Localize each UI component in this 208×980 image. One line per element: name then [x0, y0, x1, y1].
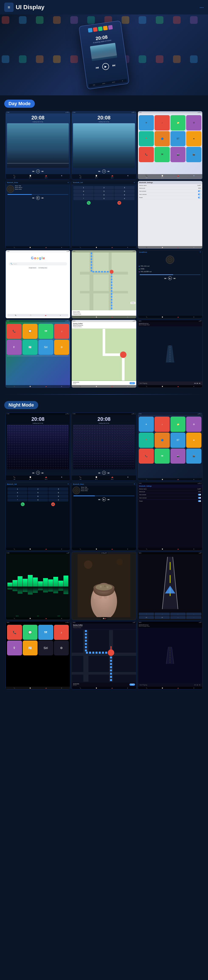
dial-0[interactable]: 0	[94, 197, 114, 200]
day-screen-12: 18:01▲ BT 10/18 ETA 9.0 mi Start on Dong…	[138, 320, 202, 388]
nav-auto-day: 🚗	[112, 386, 113, 387]
social-content-day: 华语_910E.mp3 好歌曲... 华语_站在荒野.mp3	[138, 254, 202, 274]
bt-settings-bottom-day: 📞 📋 🚗 ★	[138, 246, 202, 249]
n-app-icon-9: 📞	[139, 449, 154, 464]
g-letter: G	[31, 256, 33, 260]
progress-fill-day	[8, 194, 32, 195]
nav-btn-3[interactable]: ←	[170, 612, 186, 616]
status-bar-map: 19:30▲ BT	[72, 250, 136, 253]
nav-coffee-title: Sunny Coffee	[73, 323, 83, 325]
n-end-call-btn[interactable]: 📵	[51, 502, 55, 506]
menu-dots-icon[interactable]: ···	[200, 4, 204, 10]
n-dial-6[interactable]: 6	[48, 491, 68, 494]
bt-call-bottom-night: 📞 📋 🚗 ★	[6, 548, 70, 550]
nav-btn-4[interactable]: →	[186, 612, 202, 616]
n-dial-4[interactable]: 4	[8, 491, 27, 494]
day-screen-5: Bluetooth_Call ✕ 1 2 3 4 5 6 7 8 9	[71, 181, 136, 249]
nav-btn-6[interactable]: 3D	[154, 616, 170, 619]
n-val-device-name: CarBT	[197, 488, 201, 490]
n-dial-8[interactable]: 8	[28, 495, 48, 498]
n-val-pin: 0000	[198, 491, 201, 492]
dial-hash[interactable]: #	[114, 197, 134, 200]
n-app-icon-10: 🗺	[154, 449, 170, 464]
n-toggle-power[interactable]	[198, 500, 201, 502]
svg-rect-37	[72, 672, 136, 675]
nav-btn-1[interactable]: ↑	[139, 612, 154, 616]
mini-google-day: 17:40▲ BT G o o g l e 🔍 Search...	[6, 250, 70, 318]
nav-star-day: ★	[127, 386, 128, 387]
n-dial-7[interactable]: 7	[8, 495, 27, 498]
dial-6[interactable]: 6	[114, 190, 134, 193]
call-btn[interactable]: 📞	[87, 201, 91, 205]
bt-call-title-day: Bluetooth_Call	[73, 182, 83, 183]
toggle-auto-connect[interactable]	[198, 194, 201, 195]
day-screen-2: 17:40▲ BT ◎ 20:08 loading start of trip …	[71, 111, 136, 180]
toggle-auto-answer[interactable]	[198, 190, 201, 192]
n-toggle-auto-answer[interactable]	[198, 494, 201, 496]
app-icon-1: ✈	[139, 115, 154, 130]
carplay-auto-night: 🚗	[46, 687, 47, 689]
n-go-btn[interactable]: GO	[129, 684, 135, 686]
mini-bt-call-night: Bluetooth_Call ✕ 1 2 3 4 5 6 7 8 9 *	[6, 482, 70, 550]
n-dial-5[interactable]: 5	[28, 491, 48, 494]
night-screen-11: 16:00▲ BT Sunny Coffee Western Restauran…	[71, 621, 136, 689]
header-logo: ≡ UI Display	[4, 3, 44, 12]
n-np-controls: ⏮ ▶ ⏭	[194, 684, 200, 686]
map-star-day: ★	[127, 316, 128, 318]
mini-apts-1: 📋APTS	[29, 175, 31, 178]
n-np-next: ⏭	[199, 684, 200, 686]
n-dial-hash[interactable]: #	[48, 498, 68, 501]
not-prev-day: ⏮	[194, 382, 196, 384]
mini-nav-night: 16:00▲ BT Sunny Coffee Western Restauran…	[72, 621, 136, 689]
nav-bottom-bar-day: 📞 📋 🚗 ★	[72, 385, 136, 388]
dial-1[interactable]: 1	[73, 186, 93, 189]
dial-8[interactable]: 8	[94, 193, 114, 196]
dial-4[interactable]: 4	[73, 190, 93, 193]
n-dial-2[interactable]: 2	[28, 487, 48, 491]
n-dial-star[interactable]: *	[8, 498, 27, 501]
dialpad-night: 1 2 3 4 5 6 7 8 9 * 0 # 📞	[6, 486, 70, 507]
social-track-2: 好歌曲...	[140, 268, 145, 270]
app-header: ≡ UI Display ···	[0, 0, 208, 14]
n-dial-0[interactable]: 0	[28, 498, 48, 501]
dial-9[interactable]: 9	[114, 193, 134, 196]
mini-next-2: ⏭	[108, 170, 110, 172]
dial-7[interactable]: 7	[73, 193, 93, 196]
o2-letter: o	[36, 256, 39, 260]
ios-dial-day: 📞	[14, 386, 15, 387]
night-screen-2: 17:40▲ BT ◎ 20:08 loading start of trip …	[71, 412, 136, 481]
n-np-star: ★	[193, 687, 194, 689]
dial-3[interactable]: 3	[114, 186, 134, 189]
n-call-btn[interactable]: 📞	[21, 502, 25, 506]
nav-btn-2[interactable]: ↓	[154, 612, 170, 616]
nav-btn-8[interactable]: -	[186, 616, 202, 619]
n-settings-row-name: Device name CarBT	[138, 488, 202, 490]
end-call-btn[interactable]: 📵	[117, 201, 121, 205]
toggle-power[interactable]	[198, 197, 201, 198]
n-toggle-connect[interactable]	[198, 497, 201, 499]
nav-btn-5[interactable]: 2D	[139, 616, 154, 619]
n-dial-1[interactable]: 1	[8, 487, 27, 491]
n-np-bottom: 📞 📋 🚗 ★	[138, 687, 202, 689]
google-search-btn[interactable]: Google Search	[28, 267, 37, 269]
nav-go-btn-day[interactable]: GO	[129, 382, 135, 384]
n-dial-3[interactable]: 3	[48, 487, 68, 491]
mini-apts-3: 📋APTS	[161, 175, 164, 178]
night-controls-1: ⏮ ⏸ ⏭	[6, 470, 70, 476]
nav-btn-7[interactable]: +	[170, 616, 186, 619]
svg-point-21	[96, 584, 112, 590]
night-screen-10: 18:54▲ BT ◎ 📞 💬 🗺 ♪ 🎙 📰 Siri ⚙ 📞 📋 🚗	[6, 621, 70, 689]
dial-star[interactable]: *	[73, 197, 93, 200]
svg-point-5	[110, 270, 113, 274]
app-icon-6: 🔵	[154, 131, 170, 146]
day-screen-4: Bluetooth_Music ✕ Music Title Music Albu…	[6, 181, 70, 249]
carplay-music-icon: ♪	[54, 625, 69, 640]
google-search-bar[interactable]: 🔍 Search...	[9, 262, 67, 266]
bt-call-header-night: Bluetooth_Call ✕	[6, 482, 70, 486]
bt-prev-night: ⏮	[98, 498, 100, 501]
dial-2[interactable]: 2	[94, 186, 114, 189]
n-dial-9[interactable]: 9	[48, 495, 68, 498]
dial-5[interactable]: 5	[94, 190, 114, 193]
road-visual-day	[162, 345, 178, 363]
google-lucky-btn[interactable]: I'm Feeling Lucky	[38, 267, 48, 269]
